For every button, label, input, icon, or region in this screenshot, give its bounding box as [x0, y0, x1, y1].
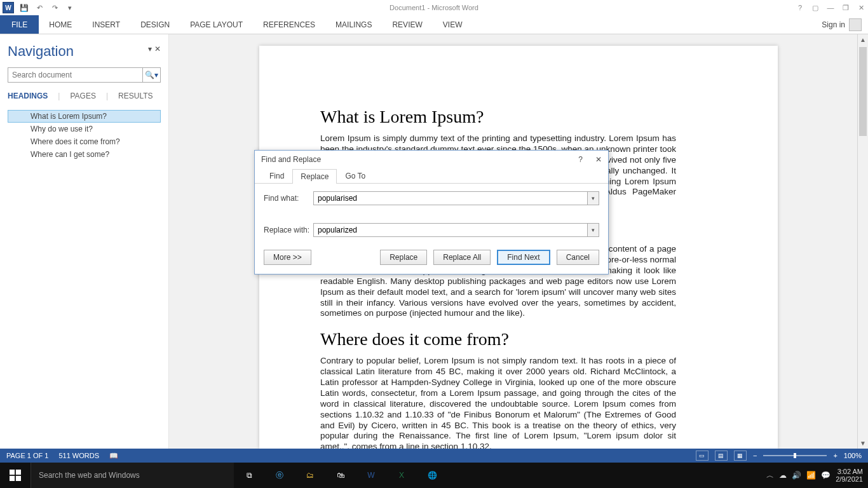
tab-design[interactable]: DESIGN	[130, 15, 180, 34]
zoom-level[interactable]: 100%	[844, 452, 862, 459]
scroll-thumb[interactable]	[859, 47, 867, 136]
pane-close-icon[interactable]: ✕	[154, 44, 161, 53]
document-title: Document1 - Microsoft Word	[390, 4, 478, 11]
search-input[interactable]	[8, 71, 142, 79]
dialog-title: Find and Replace	[261, 155, 321, 164]
qat-customize-icon[interactable]: ▾	[65, 3, 75, 13]
scroll-down-icon[interactable]: ▼	[858, 438, 868, 449]
ribbon-display-options-icon[interactable]: ▢	[811, 4, 820, 12]
tab-mailings[interactable]: MAILINGS	[325, 15, 382, 34]
doc-heading: What is Lorem Ipsum?	[320, 107, 676, 127]
minimize-icon[interactable]: —	[826, 4, 835, 11]
replace-with-combo: ▾	[313, 223, 599, 237]
chrome-icon[interactable]: 🌐	[417, 463, 447, 488]
vertical-scrollbar[interactable]: ▲ ▼	[857, 34, 868, 449]
proofing-icon[interactable]: 📖	[109, 452, 118, 460]
dialog-title-bar[interactable]: Find and Replace ? ✕	[255, 151, 608, 168]
clock-time: 3:02 AM	[836, 468, 863, 475]
dialog-body: Find what: ▾ Replace with: ▾ More >> Rep…	[255, 184, 608, 274]
avatar-icon	[849, 18, 862, 31]
dialog-close-icon[interactable]: ✕	[595, 155, 602, 164]
taskbar-apps: ⧉ ⓔ 🗂 🛍 W X 🌐	[234, 463, 447, 488]
svg-rect-3	[16, 476, 21, 481]
action-center-icon[interactable]: 💬	[821, 471, 831, 480]
zoom-slider[interactable]	[763, 455, 827, 456]
pane-menu-icon[interactable]: ▾	[148, 44, 152, 53]
heading-item[interactable]: Where does it come from?	[8, 135, 161, 148]
tab-home[interactable]: HOME	[39, 15, 82, 34]
cancel-button[interactable]: Cancel	[557, 250, 599, 265]
replace-with-dropdown-icon[interactable]: ▾	[587, 224, 599, 236]
taskbar-search[interactable]: Search the web and Windows	[31, 463, 234, 488]
close-icon[interactable]: ✕	[857, 4, 865, 12]
dialog-tab-replace[interactable]: Replace	[292, 169, 337, 184]
tab-insert[interactable]: INSERT	[82, 15, 130, 34]
find-replace-dialog: Find and Replace ? ✕ Find Replace Go To …	[254, 150, 609, 274]
heading-item[interactable]: Why do we use it?	[8, 123, 161, 135]
dialog-tab-find[interactable]: Find	[261, 168, 292, 183]
system-tray: ︿ ☁ 🔊 📶 💬 3:02 AM 2/9/2021	[766, 468, 868, 483]
status-bar: PAGE 1 OF 1 511 WORDS 📖 ▭ ▤ ▦ − + 100%	[0, 449, 868, 463]
save-icon[interactable]: 💾	[19, 3, 29, 13]
tray-chevron-icon[interactable]: ︿	[766, 470, 774, 481]
scroll-up-icon[interactable]: ▲	[858, 34, 868, 45]
word-taskbar-icon[interactable]: W	[356, 463, 386, 488]
sign-in[interactable]: Sign in	[822, 15, 868, 34]
navigation-search: 🔍▾	[8, 67, 161, 83]
view-print-layout-icon[interactable]: ▤	[715, 451, 728, 461]
file-explorer-icon[interactable]: 🗂	[295, 463, 325, 488]
windows-logo-icon	[10, 470, 21, 481]
onedrive-icon[interactable]: ☁	[779, 471, 787, 480]
replace-with-input[interactable]	[314, 224, 587, 236]
volume-icon[interactable]: 🔊	[792, 471, 801, 480]
navigation-title: Navigation	[8, 43, 161, 60]
heading-item[interactable]: Where can I get some?	[8, 148, 161, 161]
word-icon: W	[3, 2, 14, 13]
nav-tab-pages[interactable]: PAGES	[70, 92, 95, 103]
redo-icon[interactable]: ↷	[50, 3, 60, 13]
start-button[interactable]	[0, 463, 31, 488]
replace-all-button[interactable]: Replace All	[433, 250, 491, 265]
taskbar-clock[interactable]: 3:02 AM 2/9/2021	[836, 468, 863, 483]
dialog-tab-goto[interactable]: Go To	[337, 168, 374, 183]
zoom-out-icon[interactable]: −	[753, 452, 757, 459]
dialog-help-icon[interactable]: ?	[578, 155, 583, 164]
svg-rect-0	[10, 470, 15, 475]
more-button[interactable]: More >>	[264, 250, 311, 265]
undo-icon[interactable]: ↶	[34, 3, 44, 13]
edge-icon[interactable]: ⓔ	[264, 463, 295, 488]
window-controls: ? ▢ — ❐ ✕	[796, 4, 865, 12]
tab-file[interactable]: FILE	[0, 15, 39, 34]
status-words[interactable]: 511 WORDS	[58, 452, 99, 459]
find-what-input[interactable]	[314, 192, 587, 205]
replace-button[interactable]: Replace	[380, 250, 427, 265]
task-view-icon[interactable]: ⧉	[234, 463, 264, 488]
zoom-in-icon[interactable]: +	[833, 452, 837, 459]
help-icon[interactable]: ?	[796, 4, 804, 11]
dialog-tabs: Find Replace Go To	[255, 168, 608, 184]
excel-taskbar-icon[interactable]: X	[386, 463, 417, 488]
tab-references[interactable]: REFERENCES	[253, 15, 325, 34]
tab-page-layout[interactable]: PAGE LAYOUT	[180, 15, 253, 34]
tab-review[interactable]: REVIEW	[382, 15, 432, 34]
maximize-icon[interactable]: ❐	[841, 4, 850, 12]
tab-view[interactable]: VIEW	[433, 15, 473, 34]
doc-heading: Where does it come from?	[320, 329, 676, 349]
svg-rect-2	[10, 476, 15, 481]
view-web-layout-icon[interactable]: ▦	[734, 451, 747, 461]
sign-in-label: Sign in	[822, 20, 845, 29]
nav-tab-results[interactable]: RESULTS	[118, 92, 153, 103]
heading-item[interactable]: What is Lorem Ipsum?	[8, 110, 161, 123]
search-icon[interactable]: 🔍▾	[142, 68, 160, 82]
title-bar: W 💾 ↶ ↷ ▾ Document1 - Microsoft Word ? ▢…	[0, 0, 868, 15]
find-next-button[interactable]: Find Next	[497, 250, 550, 265]
headings-list: What is Lorem Ipsum? Why do we use it? W…	[8, 110, 161, 161]
navigation-tabs: HEADINGS | PAGES | RESULTS	[8, 92, 161, 104]
network-icon[interactable]: 📶	[806, 471, 816, 480]
status-page[interactable]: PAGE 1 OF 1	[6, 452, 48, 459]
view-read-mode-icon[interactable]: ▭	[696, 451, 709, 461]
nav-tab-headings[interactable]: HEADINGS	[8, 92, 48, 103]
find-what-dropdown-icon[interactable]: ▾	[587, 192, 599, 205]
clock-date: 2/9/2021	[836, 475, 863, 483]
store-icon[interactable]: 🛍	[325, 463, 356, 488]
